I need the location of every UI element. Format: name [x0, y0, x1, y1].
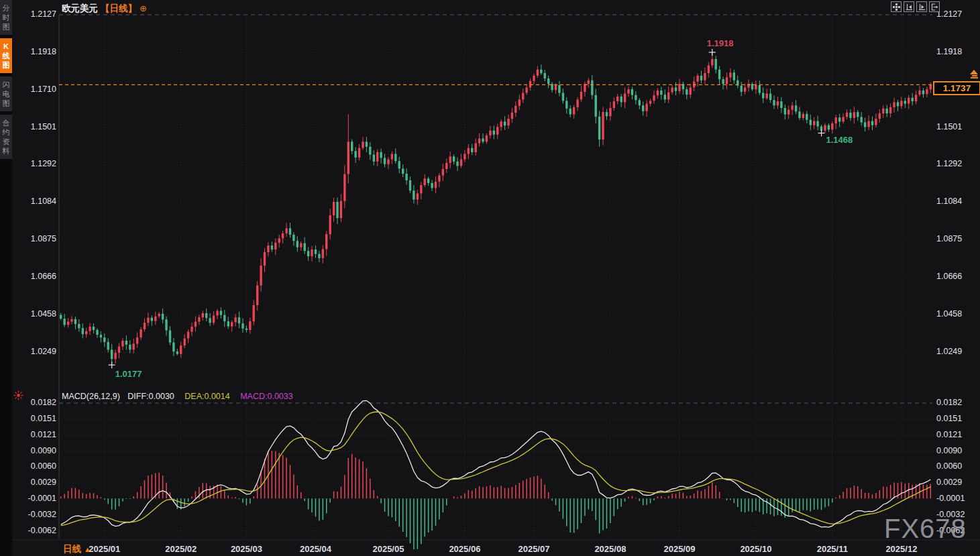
candlestick — [806, 114, 808, 120]
candlestick — [172, 343, 174, 351]
candlestick — [373, 155, 375, 162]
candlestick — [828, 125, 830, 129]
candlestick — [195, 322, 197, 327]
candlestick — [813, 121, 815, 125]
candlestick — [70, 319, 72, 322]
candlestick — [216, 311, 218, 316]
macd-params: MACD(26,12,9) — [62, 392, 120, 401]
candlestick — [853, 112, 855, 118]
candlestick — [514, 106, 516, 113]
candlestick — [267, 245, 269, 252]
candlestick — [445, 163, 447, 169]
candlestick — [431, 183, 433, 188]
macd-readout: MACD(26,12,9) DIFF:0.0030 DEA:0.0014 MAC… — [62, 392, 293, 401]
candlestick — [711, 59, 713, 65]
candlestick — [468, 148, 470, 154]
candlestick — [100, 335, 102, 337]
pan-icon[interactable] — [891, 1, 902, 12]
candlestick — [595, 95, 597, 117]
candlestick — [755, 85, 757, 89]
macd-settings-icon[interactable] — [13, 390, 23, 400]
candlestick — [766, 94, 768, 99]
candlestick — [456, 162, 458, 166]
candlestick — [165, 319, 167, 330]
candlestick — [824, 125, 826, 131]
candlestick — [376, 152, 378, 162]
candlestick — [489, 131, 491, 135]
sidebar-tab-active[interactable]: K线图 — [0, 38, 12, 73]
exit-chart-icon[interactable] — [929, 1, 940, 12]
candlestick — [343, 174, 345, 201]
candlestick — [398, 161, 400, 168]
candlestick — [882, 109, 884, 113]
candlestick — [912, 98, 914, 101]
candlestick — [726, 77, 728, 84]
candlestick — [922, 91, 924, 94]
candlestick — [220, 311, 222, 315]
candlestick — [558, 85, 560, 93]
candlestick — [889, 107, 891, 113]
candlestick — [351, 142, 353, 151]
period-selector[interactable]: 日线▲ — [63, 543, 91, 555]
candlestick — [627, 89, 629, 93]
candlestick — [238, 317, 240, 323]
candlestick — [849, 113, 851, 118]
scroll-to-start-icon[interactable] — [904, 1, 914, 12]
candlestick — [289, 228, 291, 235]
candlestick — [544, 73, 546, 78]
candlestick — [278, 238, 280, 242]
candlestick — [875, 119, 877, 125]
candlestick — [264, 252, 266, 266]
candlestick — [460, 160, 462, 166]
sidebar-tab-chart-type[interactable]: 分时图 — [0, 0, 12, 35]
candlestick — [762, 93, 764, 99]
candlestick — [63, 319, 65, 325]
candlestick — [791, 105, 793, 109]
candlestick — [591, 80, 593, 95]
candlestick — [857, 112, 859, 117]
candlestick — [125, 341, 127, 345]
candlestick — [417, 193, 419, 199]
candlestick — [464, 154, 466, 160]
candlestick — [158, 314, 160, 317]
candlestick — [151, 318, 153, 321]
candlestick — [333, 202, 335, 215]
candlestick — [234, 317, 236, 322]
candlestick — [449, 156, 451, 163]
candlestick — [213, 316, 215, 323]
candlestick — [424, 178, 426, 185]
candlestick — [784, 108, 786, 115]
candlestick — [522, 93, 524, 100]
candlestick — [609, 108, 611, 116]
candlestick — [318, 254, 320, 258]
candlestick — [645, 104, 647, 111]
candlestick — [639, 100, 641, 105]
candlestick — [529, 81, 531, 88]
candlestick — [616, 97, 618, 101]
candlestick — [780, 101, 782, 108]
candlestick — [729, 72, 731, 77]
candlestick-chart[interactable] — [0, 0, 980, 556]
candlestick — [653, 95, 655, 101]
candlestick — [107, 342, 109, 350]
candlestick — [103, 337, 105, 342]
candlestick — [500, 121, 502, 127]
sidebar-tab-chart-type[interactable]: 闪电图 — [0, 76, 12, 111]
candlestick — [198, 317, 200, 321]
candlestick — [369, 147, 371, 155]
period-selector-label: 日线 — [63, 544, 81, 554]
candlestick — [354, 151, 356, 158]
candlestick — [838, 117, 840, 121]
candlestick — [384, 158, 386, 164]
chart-settings-icon[interactable]: ⊕ — [140, 3, 147, 13]
candlestick — [249, 321, 251, 330]
scroll-to-end-icon[interactable] — [916, 1, 927, 12]
candlestick — [292, 235, 294, 241]
candlestick — [114, 353, 116, 359]
candlestick — [176, 351, 178, 354]
candlestick — [147, 318, 149, 323]
sidebar-tab-chart-type[interactable]: 合约资料 — [0, 115, 12, 159]
candlestick — [140, 329, 142, 337]
candlestick — [82, 328, 84, 334]
candlestick — [366, 142, 368, 147]
